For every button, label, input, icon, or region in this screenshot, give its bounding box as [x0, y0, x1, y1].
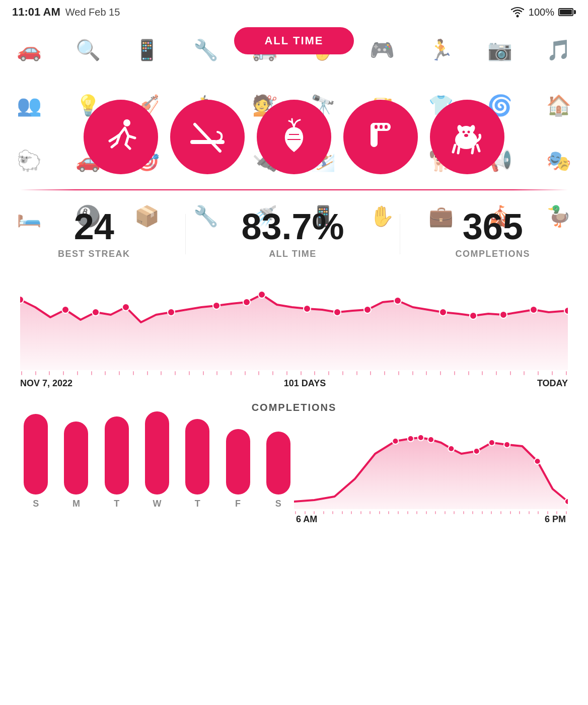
habit-dental[interactable] [343, 100, 418, 174]
svg-rect-9 [375, 125, 378, 129]
svg-point-36 [470, 312, 477, 319]
bar-f [226, 429, 250, 495]
svg-point-16 [463, 131, 465, 133]
bar-s2 [266, 432, 290, 495]
svg-point-0 [516, 15, 519, 18]
time-chart-svg [294, 424, 568, 509]
stat-divider-2 [400, 214, 400, 254]
svg-point-42 [418, 435, 424, 441]
svg-point-18 [464, 134, 468, 137]
chart-start-date: NOV 7, 2022 [20, 378, 72, 389]
svg-rect-11 [385, 125, 388, 129]
running-icon [101, 117, 141, 157]
streak-label: BEST STREAK [58, 249, 130, 259]
bar-label-s1: S [33, 499, 39, 509]
svg-rect-10 [380, 125, 383, 129]
wifi-icon [510, 7, 525, 18]
stats-section: 24 BEST STREAK 83.7% ALL TIME 365 COMPLE… [0, 190, 588, 269]
bar-item-t2: T [182, 419, 213, 509]
habit-no-smoking[interactable] [170, 100, 245, 174]
svg-point-26 [122, 304, 129, 311]
svg-point-1 [123, 119, 130, 126]
battery-percent: 100% [529, 7, 554, 18]
svg-point-28 [213, 302, 220, 309]
svg-point-33 [364, 306, 371, 313]
svg-point-32 [334, 309, 341, 316]
bar-label-s2: S [275, 499, 281, 509]
svg-point-48 [535, 458, 541, 464]
time-labels: 6 AM 6 PM [294, 514, 568, 525]
svg-point-31 [304, 305, 311, 312]
svg-point-38 [530, 306, 537, 313]
bar-s1 [24, 414, 48, 495]
completions-content: S M T W T F S [20, 424, 568, 524]
habit-running[interactable] [84, 100, 158, 174]
all-time-button[interactable]: ALL TIME [234, 27, 353, 54]
status-date: Wed Feb 15 [65, 7, 120, 18]
habits-row [0, 100, 588, 174]
alltime-label: ALL TIME [241, 249, 344, 259]
svg-point-45 [474, 448, 480, 454]
battery-icon [558, 8, 576, 16]
line-chart-svg [20, 269, 568, 370]
svg-point-41 [408, 436, 414, 442]
svg-point-37 [500, 311, 507, 318]
bar-m [64, 421, 88, 495]
svg-point-47 [504, 442, 510, 448]
bar-t2 [185, 419, 209, 495]
svg-point-24 [62, 306, 69, 313]
time-label-end: 6 PM [545, 514, 566, 525]
svg-point-49 [565, 499, 568, 505]
svg-point-23 [20, 296, 24, 303]
svg-point-46 [489, 440, 495, 446]
bar-w [145, 411, 169, 495]
svg-point-43 [428, 437, 434, 443]
svg-point-34 [394, 297, 401, 304]
bar-item-s2: S [263, 432, 294, 509]
svg-point-35 [439, 309, 447, 316]
svg-line-19 [453, 145, 455, 152]
svg-point-30 [258, 291, 265, 298]
time-label-start: 6 AM [296, 514, 317, 525]
line-chart-section: // Generate tick marks inline document.c… [0, 269, 588, 392]
status-icons: 100% [510, 7, 576, 18]
svg-line-4 [195, 124, 220, 151]
chart-ticks: // Generate tick marks inline document.c… [20, 371, 568, 375]
bar-item-s1: S [20, 414, 51, 509]
pet-icon [447, 117, 487, 157]
streak-value: 24 [58, 208, 130, 245]
svg-point-27 [168, 309, 175, 316]
chart-mid-label: 101 DAYS [284, 378, 326, 389]
svg-line-21 [472, 147, 473, 153]
time-chart: document.currentScript.insertAdjacentHTM… [294, 424, 568, 524]
alltime-value: 83.7% [241, 208, 344, 245]
svg-point-29 [243, 299, 250, 306]
svg-point-44 [448, 446, 454, 452]
chart-labels: NOV 7, 2022 101 DAYS TODAY [20, 375, 568, 392]
stat-divider-1 [185, 214, 186, 254]
no-smoking-icon [187, 117, 228, 157]
svg-point-40 [392, 438, 398, 444]
bar-chart: S M T W T F S [20, 424, 294, 524]
completions-label: COMPLETIONS [455, 249, 530, 259]
status-time: 11:01 AM [12, 6, 60, 19]
bar-item-t1: T [101, 416, 132, 509]
bar-item-w: W [141, 411, 173, 509]
stat-alltime: 83.7% ALL TIME [241, 208, 344, 259]
svg-point-39 [564, 307, 568, 314]
svg-point-17 [468, 131, 470, 133]
habit-diet[interactable] [257, 100, 331, 174]
svg-line-20 [458, 147, 459, 153]
completions-title: COMPLETIONS [20, 402, 568, 413]
completions-section: COMPLETIONS S M T W T [0, 392, 588, 524]
status-bar: 11:01 AM Wed Feb 15 100% [0, 0, 588, 22]
stat-streak: 24 BEST STREAK [58, 208, 130, 259]
svg-point-25 [92, 309, 99, 316]
completions-value: 365 [455, 208, 530, 245]
bar-t1 [105, 416, 129, 495]
bar-label-f: F [235, 499, 241, 509]
bar-label-w: W [153, 499, 161, 509]
bar-label-m: M [72, 499, 80, 509]
chart-end-label: TODAY [537, 378, 568, 389]
habit-pet[interactable] [430, 100, 504, 174]
